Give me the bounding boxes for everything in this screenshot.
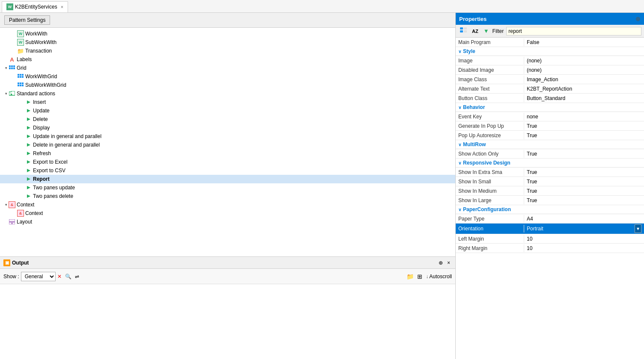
prop-row-show-in-medium[interactable]: Show In MediumTrue — [456, 186, 644, 196]
prop-row-event-key[interactable]: Event Keynone — [456, 112, 644, 121]
tree-item-refresh[interactable]: Refresh — [0, 149, 455, 158]
svg-rect-12 — [18, 82, 19, 84]
prop-label-text: Image Class — [456, 76, 524, 83]
green-arrow-icon — [26, 168, 32, 174]
tree-item-two_panes_update[interactable]: Two panes update — [0, 183, 455, 192]
tree-item-insert[interactable]: Insert — [0, 98, 455, 106]
tree-label-insert: Insert — [33, 99, 46, 105]
pattern-settings-button[interactable]: Pattern Settings — [4, 15, 50, 25]
prop-label-text: Button Class — [456, 94, 524, 102]
svg-rect-2 — [13, 65, 15, 67]
tree-item-display[interactable]: Display — [0, 124, 455, 132]
grid-icon — [9, 65, 15, 71]
prop-label-text: Show In Small — [456, 178, 524, 185]
properties-body: Main ProgramFalse∨StyleImage(none)Disabl… — [456, 38, 644, 359]
tree-item-update_general[interactable]: Update in general and parallel — [0, 132, 455, 141]
search-output-button[interactable]: 🔍 — [63, 273, 73, 280]
prop-row-show-in-extra-sma[interactable]: Show In Extra SmaTrue — [456, 168, 644, 177]
section-header-style[interactable]: ∨Style — [456, 47, 644, 56]
tree-item-workwithgrid[interactable]: WorkWithGrid — [0, 72, 455, 81]
svg-rect-16 — [20, 85, 21, 86]
prop-row-left-margin[interactable]: Left Margin10 — [456, 234, 644, 244]
tree-item-two_panes_delete[interactable]: Two panes delete — [0, 192, 455, 200]
tree-label-grid: Grid — [17, 65, 27, 71]
tree-item-workwith[interactable]: WWorkWith — [0, 29, 455, 38]
svg-rect-1 — [11, 65, 13, 67]
tree-arrow-insert — [21, 100, 26, 105]
section-header-multirow[interactable]: ∨MultiRow — [456, 140, 644, 149]
prop-row-show-in-large[interactable]: Show In LargeTrue — [456, 196, 644, 205]
tree-item-transaction[interactable]: 📁Transaction — [0, 47, 455, 55]
svg-marker-27 — [27, 169, 30, 172]
prop-row-alternate-text[interactable]: Alternate TextK2BT_ReportAction — [456, 84, 644, 94]
tree-item-export_csv[interactable]: Export to CSV — [0, 166, 455, 175]
section-header-responsive_design[interactable]: ∨Responsive Design — [456, 159, 644, 168]
prop-dropdown-arrow[interactable]: ▾ — [635, 224, 641, 233]
tree-label-two_panes_update: Two panes update — [33, 185, 75, 191]
layout-button[interactable]: ⊞ — [415, 272, 424, 281]
svg-rect-9 — [18, 76, 19, 78]
tree-item-standard_actions[interactable]: ▾Standard actions — [0, 89, 455, 98]
prop-row-generate-in-pop-up[interactable]: Generate In Pop UpTrue — [456, 121, 644, 131]
tree-item-layout[interactable]: Layout — [0, 218, 455, 226]
tree-item-grid[interactable]: ▾Grid — [0, 64, 455, 72]
tree-arrow-standard_actions: ▾ — [3, 91, 9, 96]
properties-pin-button[interactable]: ⊕ — [635, 15, 641, 22]
tree-item-subworkwith[interactable]: WSubWorkWith — [0, 38, 455, 47]
prop-row-image[interactable]: Image(none) — [456, 56, 644, 65]
output-controls: ⊕ × — [437, 259, 452, 267]
sort-az-button[interactable]: AZ — [470, 28, 480, 35]
main-area: Pattern Settings WWorkWithWSubWorkWith📁T… — [0, 13, 644, 359]
output-close-button[interactable]: × — [445, 259, 452, 267]
svg-marker-22 — [27, 126, 30, 129]
tab-close-button[interactable]: × — [61, 4, 63, 9]
folder-button[interactable]: 📁 — [405, 272, 415, 281]
clear-button[interactable]: ✕ — [56, 273, 63, 280]
prop-row-paper-type[interactable]: Paper TypeA4 — [456, 214, 644, 224]
tree-item-subworkwithgrid[interactable]: SubWorkWithGrid — [0, 81, 455, 89]
section-header-behavior[interactable]: ∨Behavior — [456, 103, 644, 112]
prop-row-right-margin[interactable]: Right Margin10 — [456, 244, 644, 253]
svg-marker-30 — [27, 194, 30, 198]
prop-row-button-class[interactable]: Button ClassButton_Standard — [456, 94, 644, 103]
tab-k2bentityservices[interactable]: W K2BEntityServices × — [2, 1, 68, 12]
tree-item-context_group[interactable]: ▾&Context — [0, 200, 455, 209]
prop-label-text: Orientation — [456, 225, 524, 232]
tree-arrow-layout — [3, 219, 9, 224]
section-header-paper_configuration[interactable]: ∨PaperConfiguration — [456, 205, 644, 214]
tree-item-context[interactable]: &Context — [0, 209, 455, 218]
wrap-button[interactable]: ⇌ — [73, 273, 81, 280]
green-arrow-icon — [26, 133, 32, 139]
prop-row-image-class[interactable]: Image ClassImage_Action — [456, 75, 644, 84]
tree-item-delete_general[interactable]: Delete in general and parallel — [0, 141, 455, 149]
show-dropdown[interactable]: GeneralErrorsWarnings — [21, 272, 56, 281]
tab-bar: W K2BEntityServices × — [0, 0, 644, 13]
tree-item-export_excel[interactable]: Export to Excel — [0, 158, 455, 166]
section-title-paper_configuration: PaperConfiguration — [463, 206, 511, 212]
prop-value-text: True — [524, 178, 644, 185]
output-pin-button[interactable]: ⊕ — [437, 259, 445, 267]
tree-item-delete[interactable]: Delete — [0, 115, 455, 124]
tree-arrow-two_panes_delete — [21, 194, 26, 199]
prop-row-disabled-image[interactable]: Disabled Image(none) — [456, 65, 644, 75]
tree-item-update[interactable]: Update — [0, 106, 455, 115]
prop-label-text: Alternate Text — [456, 85, 524, 93]
prop-row-main-program[interactable]: Main ProgramFalse — [456, 38, 644, 47]
prop-value-text: True — [524, 187, 644, 195]
svg-rect-3 — [9, 68, 11, 69]
filter-input[interactable] — [506, 27, 641, 35]
prop-row-show-in-small[interactable]: Show In SmallTrue — [456, 177, 644, 186]
prop-row-pop-up-autoresize[interactable]: Pop Up AutoresizeTrue — [456, 131, 644, 140]
tree-item-labels[interactable]: ALabels — [0, 55, 455, 64]
svg-rect-32 — [9, 222, 12, 224]
properties-toolbar: AZ ▼ Filter — [456, 25, 644, 38]
tree-label-standard_actions: Standard actions — [17, 91, 55, 97]
prop-label-text: Image — [456, 57, 524, 65]
tree-item-report[interactable]: Report — [0, 175, 455, 183]
tree-arrow-labels — [3, 57, 9, 62]
prop-row-show-action-only[interactable]: Show Action OnlyTrue — [456, 149, 644, 159]
tree-area: WWorkWithWSubWorkWith📁TransactionALabels… — [0, 28, 455, 256]
prop-row-orientation[interactable]: OrientationPortrait▾ — [456, 224, 644, 234]
categorized-view-button[interactable] — [458, 26, 469, 35]
filter-button[interactable]: ▼ — [482, 27, 491, 35]
